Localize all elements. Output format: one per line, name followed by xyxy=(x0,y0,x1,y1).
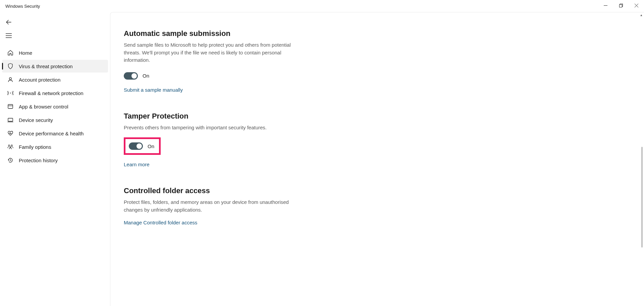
nav-item-firewall[interactable]: Firewall & network protection xyxy=(2,87,108,99)
scrollbar[interactable]: ▲ xyxy=(639,12,644,306)
nav-label: Virus & threat protection xyxy=(19,63,73,69)
section-tamper-protection: Tamper Protection Prevents others from t… xyxy=(124,112,338,168)
section-title: Automatic sample submission xyxy=(124,29,338,38)
hamburger-button[interactable] xyxy=(2,30,15,42)
close-button[interactable] xyxy=(629,0,644,11)
toggle-tamper-protection[interactable] xyxy=(129,142,143,150)
sidebar: Home Virus & threat protection Account p… xyxy=(0,12,110,306)
scroll-thumb[interactable] xyxy=(641,147,643,248)
content-scroll[interactable]: Automatic sample submission Send sample … xyxy=(110,12,644,306)
toggle-row-auto-sample: On xyxy=(124,72,338,80)
link-submit-sample[interactable]: Submit a sample manually xyxy=(124,87,183,93)
window-controls xyxy=(598,0,644,12)
maximize-icon xyxy=(619,4,623,7)
nav-label: Account protection xyxy=(19,77,60,83)
svg-point-14 xyxy=(8,145,10,146)
link-learn-more[interactable]: Learn more xyxy=(124,162,150,167)
svg-point-8 xyxy=(9,78,11,80)
firewall-icon xyxy=(7,89,14,97)
back-arrow-icon xyxy=(6,19,12,25)
section-auto-sample: Automatic sample submission Send sample … xyxy=(124,29,338,93)
section-title: Tamper Protection xyxy=(124,112,338,121)
nav-item-app-browser[interactable]: App & browser control xyxy=(2,100,108,113)
section-controlled-folder: Controlled folder access Protect files, … xyxy=(124,186,338,226)
title-bar: Windows Security xyxy=(0,0,644,12)
shield-icon xyxy=(7,62,14,70)
toggle-state-label: On xyxy=(148,143,154,149)
svg-point-15 xyxy=(11,145,12,146)
nav-item-home[interactable]: Home xyxy=(2,46,108,59)
nav-label: Device performance & health xyxy=(19,131,84,136)
nav-item-protection-history[interactable]: Protection history xyxy=(2,154,108,167)
svg-rect-2 xyxy=(619,4,622,7)
link-manage-controlled-folder[interactable]: Manage Controlled folder access xyxy=(124,220,197,225)
svg-rect-12 xyxy=(8,118,13,121)
toggle-state-label: On xyxy=(143,73,149,79)
nav-label: App & browser control xyxy=(19,104,68,110)
section-desc: Prevents others from tampering with impo… xyxy=(124,124,312,132)
svg-point-16 xyxy=(10,146,11,147)
minimize-icon xyxy=(604,4,607,7)
heart-icon xyxy=(7,130,14,137)
back-button[interactable] xyxy=(2,16,15,28)
history-icon xyxy=(7,157,14,164)
nav-item-device-security[interactable]: Device security xyxy=(2,114,108,126)
section-desc: Send sample files to Microsoft to help p… xyxy=(124,41,291,64)
nav-item-virus-threat[interactable]: Virus & threat protection xyxy=(2,60,108,73)
svg-rect-10 xyxy=(8,104,13,108)
nav-item-device-performance[interactable]: Device performance & health xyxy=(2,127,108,140)
nav-list: Home Virus & threat protection Account p… xyxy=(0,46,110,167)
minimize-button[interactable] xyxy=(598,0,613,11)
section-desc: Protect files, folders, and memory areas… xyxy=(124,199,291,214)
device-security-icon xyxy=(7,116,14,124)
close-icon xyxy=(635,4,638,7)
section-title: Controlled folder access xyxy=(124,186,338,195)
nav-label: Device security xyxy=(19,117,53,123)
main-panel: Automatic sample submission Send sample … xyxy=(110,12,644,306)
hamburger-icon xyxy=(6,33,12,38)
maximize-button[interactable] xyxy=(613,0,629,11)
svg-point-9 xyxy=(10,93,11,93)
account-icon xyxy=(7,76,14,83)
app-browser-icon xyxy=(7,103,14,110)
nav-label: Family options xyxy=(19,144,51,150)
family-icon xyxy=(7,143,14,150)
toggle-auto-sample[interactable] xyxy=(124,72,138,80)
scroll-up-arrow-icon[interactable]: ▲ xyxy=(639,13,643,17)
nav-label: Firewall & network protection xyxy=(19,90,84,96)
nav-label: Home xyxy=(19,50,32,56)
window-title: Windows Security xyxy=(5,4,40,9)
home-icon xyxy=(7,49,14,56)
highlight-box-tamper-toggle: On xyxy=(124,137,161,155)
nav-label: Protection history xyxy=(19,158,58,163)
nav-item-account-protection[interactable]: Account protection xyxy=(2,73,108,86)
nav-item-family-options[interactable]: Family options xyxy=(2,140,108,153)
